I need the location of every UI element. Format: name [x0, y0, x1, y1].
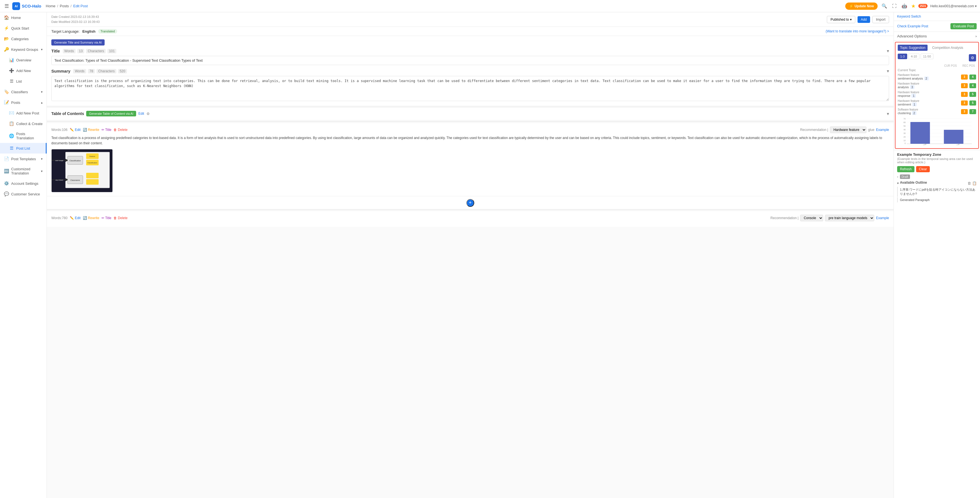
account-settings-icon: ⚙️ — [4, 181, 9, 186]
competition-analysis-tab[interactable]: Competition Analysis — [930, 45, 965, 51]
import-button[interactable]: Import — [872, 16, 889, 23]
block-2-rewrite-button[interactable]: 🔄 Rewrite — [83, 216, 99, 220]
outline-trash-icon[interactable]: 🗑 — [967, 181, 971, 185]
hamburger-button[interactable]: ☰ — [3, 2, 10, 10]
sidebar-item-customized-translation[interactable]: 🔤 Customized Translation ▾ — [0, 164, 46, 178]
sidebar-item-post-list[interactable]: ☰ Post List — [0, 143, 46, 153]
sidebar-item-post-templates[interactable]: 📄 Post Templates ▾ — [0, 153, 46, 164]
collect-create-icon: 📋 — [9, 121, 14, 126]
block-1-glue-button[interactable]: glue — [868, 128, 875, 132]
sidebar-item-posts-translation[interactable]: 🌐 Posts Translation — [0, 129, 46, 143]
topic-1-cur: 3 — [910, 85, 915, 89]
topic-4-cur: 2 — [912, 111, 916, 115]
add-button[interactable]: Add — [858, 16, 870, 23]
outline-copy-icon[interactable]: 📋 — [972, 181, 977, 185]
evaluate-post-button[interactable]: Evaluate Post — [950, 23, 977, 29]
title-collapse-button[interactable]: ▾ — [887, 48, 889, 54]
toc-settings-icon-button[interactable]: ⚙ — [146, 112, 150, 116]
topic-settings-button[interactable]: ⚙ — [969, 54, 976, 61]
title-section-label: Title — [51, 49, 60, 53]
example-zone-sub: (Example texts in the temporal saving ar… — [897, 157, 977, 164]
topic-0-cur: 2 — [924, 77, 929, 80]
sidebar-item-collect-create[interactable]: 📋 Collect & Create — [0, 118, 46, 129]
add-block-button[interactable]: + — [466, 199, 474, 207]
sidebar-item-add-new[interactable]: ➕ Add New — [0, 65, 46, 76]
toc-header: Table of Contents Generate Table of Cont… — [51, 111, 889, 117]
refresh-button[interactable]: Refresh — [897, 166, 915, 172]
block-2-recommendation-select[interactable]: Console — [800, 215, 823, 221]
topic-3-category: Hardware feature — [898, 99, 959, 102]
sidebar-label-home: Home — [11, 16, 21, 20]
logo-text: SCO-Halo — [22, 4, 41, 8]
sidebar-label-categories: Categories — [11, 37, 29, 41]
sidebar-item-classifiers[interactable]: 🏷️ Classifiers ▾ — [0, 86, 46, 97]
topic-row-0: Hardware feature sentiment analysis 2 3 … — [898, 73, 976, 80]
range-tabs-row: 1-3 4-10 11-50 ⚙ — [898, 54, 976, 62]
sidebar-item-add-new-post[interactable]: ✉️ Add New Post — [0, 108, 46, 118]
check-example-link[interactable]: Check Example Post — [897, 24, 928, 28]
svg-rect-13 — [86, 179, 99, 185]
available-outline-label: Available Outline — [900, 180, 927, 185]
sidebar-label-post-templates: Post Templates — [11, 157, 36, 161]
block-1-edit-button[interactable]: ✏️ Edit — [70, 128, 81, 132]
toc-generate-button[interactable]: Generate Table of Content via AI — [86, 111, 136, 117]
update-now-button[interactable]: ⚡ Update Now — [845, 3, 878, 10]
breadcrumb-home[interactable]: Home — [46, 4, 56, 8]
topic-tabs: Topic Suggestion Competition Analysis — [898, 45, 976, 51]
block-1-delete-button[interactable]: 🗑 Delete — [113, 128, 127, 132]
toc-title-label: Table of Contents — [51, 112, 84, 116]
toc-section: Table of Contents Generate Table of Cont… — [47, 107, 894, 120]
sidebar-item-account-settings[interactable]: ⚙️ Account Settings — [0, 178, 46, 189]
block-2-example-button[interactable]: Example — [876, 216, 889, 220]
sidebar-item-overview[interactable]: 📊 Overview — [0, 55, 46, 65]
sidebar-label-keyword-groups: Keyword Groups — [11, 48, 38, 52]
svg-text:Classname: Classname — [70, 179, 80, 181]
block-2-edit-button[interactable]: ✏️ Edit — [70, 216, 81, 220]
add-block-container: + — [47, 197, 894, 209]
block-1-recommendation-select[interactable]: Hardware feature — [830, 126, 867, 133]
topic-suggestion-tab[interactable]: Topic Suggestion — [898, 45, 928, 51]
advanced-options-row[interactable]: Advanced Options › — [894, 32, 980, 41]
range-4-10-tab[interactable]: 4-10 — [908, 54, 920, 59]
clear-button[interactable]: Clear — [916, 166, 930, 172]
svg-rect-12 — [86, 172, 99, 178]
title-words-value: 13 — [77, 49, 84, 53]
block-1-example-button[interactable]: Example — [876, 128, 889, 132]
toc-collapse-button[interactable]: ▾ — [887, 111, 889, 117]
block-1-rewrite-button[interactable]: 🔄 Rewrite — [83, 128, 99, 132]
breadcrumb-posts[interactable]: Posts — [60, 4, 69, 8]
summary-chars-label: Characters — [97, 69, 116, 73]
logo: AI SCO-Halo — [12, 2, 41, 10]
home-icon: 🏠 — [4, 15, 9, 20]
draft-row: › Draft — [897, 174, 977, 179]
block-2-delete-button[interactable]: 🗑 Delete — [113, 216, 127, 220]
chevron-translation-icon: ▾ — [41, 169, 43, 173]
sidebar-item-posts[interactable]: 📝 Posts ▴ — [0, 97, 46, 108]
toc-edit-button[interactable]: Edit — [138, 112, 144, 116]
range-1-3-tab[interactable]: 1-3 — [898, 54, 907, 59]
range-11-50-tab[interactable]: 11-50 — [921, 54, 934, 59]
topic-1-keyword: analysis — [898, 85, 909, 89]
search-icon-button[interactable]: 🔍 — [880, 2, 888, 10]
block-1-toolbar: Words:106 ✏️ Edit 🔄 Rewrite ✏ Title 🗑 De… — [51, 126, 889, 133]
sidebar-item-quickstart[interactable]: ⚡ Quick Start — [0, 23, 46, 34]
block-2-extra-select[interactable]: pre train language models — [825, 215, 874, 221]
ai-icon-button[interactable]: 🤖 — [900, 2, 908, 10]
summary-collapse-button[interactable]: ▾ — [887, 69, 889, 74]
sidebar-item-list[interactable]: ☰ List — [0, 76, 46, 86]
summary-textarea[interactable]: Text classification is the process of or… — [51, 76, 889, 101]
publish-button[interactable]: Published to ▾ — [827, 16, 855, 23]
sidebar-item-customer-service[interactable]: 💬 Customer Service — [0, 189, 46, 199]
block-1-title-button[interactable]: ✏ Title — [102, 128, 111, 132]
post-templates-icon: 📄 — [4, 156, 9, 161]
title-input[interactable] — [51, 56, 889, 65]
keyword-switch-link[interactable]: Keyword Switch — [897, 14, 921, 18]
block-2-title-button[interactable]: ✏ Title — [102, 216, 111, 220]
translate-more-link[interactable]: (Want to translate into more languages?)… — [826, 29, 889, 33]
ai-title-summary-button[interactable]: Generate Title and Summary via AI — [51, 39, 105, 46]
fullscreen-icon-button[interactable]: ⛶ — [891, 3, 898, 10]
user-email[interactable]: Hello.kexi001@reneelab.com ▾ — [930, 4, 977, 8]
sidebar-item-categories[interactable]: 📂 Categories — [0, 34, 46, 44]
sidebar-item-home[interactable]: 🏠 Home — [0, 12, 46, 23]
sidebar-item-keyword-groups[interactable]: 🔑 Keyword Groups ▾ — [0, 44, 46, 55]
